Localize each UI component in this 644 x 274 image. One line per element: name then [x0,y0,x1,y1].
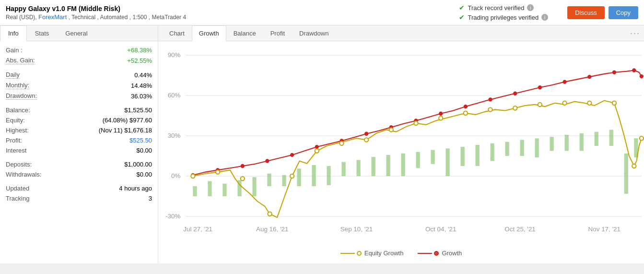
chart-tab-chart[interactable]: Chart [162,25,192,41]
svg-point-87 [640,136,644,140]
tab-general[interactable]: General [57,25,95,41]
chart-tab-balance[interactable]: Balance [226,25,263,41]
drawdown-label: Drawdown: [6,92,37,100]
main-layout: Info Stats General Gain : +68.38% Abs. G… [0,25,644,263]
deposits-row: Deposits: $1,000.00 [6,159,152,169]
drawdown-value: 36.03% [131,93,152,100]
updated-value: 4 hours ago [119,185,152,192]
copy-button[interactable]: Copy [609,6,638,19]
chart-svg-container: 90% 60% 30% 0% -30% Ju [158,45,644,247]
interest-row: Interest $0.00 [6,145,152,155]
updated-label: Updated [6,185,29,192]
header: Happy Galaxy v1.0 FM (Middle Risk) Real … [0,0,644,25]
discuss-button[interactable]: Discuss [567,6,605,19]
svg-point-58 [439,112,443,116]
svg-rect-43 [580,133,584,151]
profit-label: Profit: [6,137,22,144]
tracking-value: 3 [149,195,152,202]
svg-point-65 [612,71,616,74]
balance-row: Balance: $1,525.50 [6,105,152,115]
right-panel: Chart Growth Balance Profit Drawdown ··· [158,25,644,263]
updated-row: Updated 4 hours ago [6,183,152,193]
svg-rect-18 [208,181,211,197]
track-record-verified: ✔ Track record verified i [459,4,548,12]
svg-rect-26 [327,166,330,185]
chart-legend: Equity Growth Growth [158,247,644,260]
svg-point-66 [632,68,636,72]
equity-value: (64.08%) $977.60 [103,117,152,124]
monthly-label: Monthly: [6,82,29,89]
svg-rect-30 [386,155,390,176]
svg-point-71 [268,212,271,216]
svg-point-52 [290,153,294,157]
withdrawals-row: Withdrawals: $0.00 [6,169,152,179]
tab-info[interactable]: Info [0,25,27,41]
monthly-row: Monthly: 14.48% [6,80,152,91]
check-icon-2: ✔ [459,13,465,21]
svg-point-69 [216,170,220,174]
svg-rect-28 [356,160,360,176]
info-icon-1[interactable]: i [527,4,534,11]
svg-rect-38 [505,142,509,156]
svg-point-78 [439,116,443,120]
svg-rect-42 [565,135,569,151]
svg-rect-34 [446,148,450,176]
svg-point-64 [587,75,591,79]
svg-rect-21 [252,177,256,196]
svg-text:-30%: -30% [165,213,180,220]
svg-point-50 [241,164,245,168]
svg-rect-24 [297,168,301,186]
svg-text:30%: 30% [168,132,181,139]
left-panel: Info Stats General Gain : +68.38% Abs. G… [0,25,158,263]
svg-rect-41 [550,137,554,151]
main-container: Happy Galaxy v1.0 FM (Middle Risk) Real … [0,0,644,263]
svg-point-80 [488,107,492,111]
tracking-label: Tracking [6,195,29,202]
info-icon-2[interactable]: i [541,14,548,21]
svg-point-73 [315,149,319,153]
svg-rect-27 [341,162,345,176]
svg-text:Aug 16, '21: Aug 16, '21 [256,226,289,233]
svg-rect-46 [624,154,628,194]
interest-label: Interest [6,147,26,154]
svg-text:60%: 60% [168,92,181,99]
chart-tab-drawdown[interactable]: Drawdown [292,25,336,41]
svg-rect-39 [520,140,524,156]
abs-gain-value: +52.55% [127,57,152,64]
svg-point-75 [364,138,368,142]
gain-value: +68.38% [127,47,152,54]
equity-label: Equity: [6,117,25,124]
balance-label: Balance: [6,107,30,114]
header-subtitle: Real (USD), ForexMart , Technical , Auto… [6,13,459,21]
svg-point-85 [612,101,616,105]
highest-label: Highest: [6,127,29,134]
svg-rect-45 [609,130,613,146]
svg-text:Jul 27, '21: Jul 27, '21 [183,226,212,233]
svg-point-74 [340,142,343,145]
svg-rect-37 [491,143,494,161]
chart-tabs: Chart Growth Balance Profit Drawdown ··· [158,25,644,41]
svg-point-67 [640,74,644,78]
chart-more-button[interactable]: ··· [630,28,640,38]
svg-rect-33 [431,150,435,164]
gain-row: Gain : +68.38% [6,45,152,55]
svg-point-61 [513,92,517,95]
svg-point-55 [364,132,368,136]
forexmart-link[interactable]: ForexMart [38,13,67,21]
svg-rect-19 [222,184,226,196]
chart-tab-profit[interactable]: Profit [263,25,292,41]
deposits-value: $1,000.00 [124,161,152,168]
svg-point-83 [562,101,566,105]
legend-growth: Growth [418,250,462,257]
chart-tab-growth[interactable]: Growth [192,25,226,41]
svg-rect-32 [416,152,420,168]
highest-row: Highest: (Nov 11) $1,676.18 [6,125,152,135]
abs-gain-label: Abs. Gain: [6,57,35,64]
svg-rect-22 [267,174,271,186]
interest-value: $0.00 [136,147,152,154]
svg-point-68 [191,174,195,178]
tab-stats[interactable]: Stats [27,25,58,41]
equity-row: Equity: (64.08%) $977.60 [6,115,152,125]
svg-rect-44 [595,132,598,146]
svg-point-59 [464,105,468,108]
